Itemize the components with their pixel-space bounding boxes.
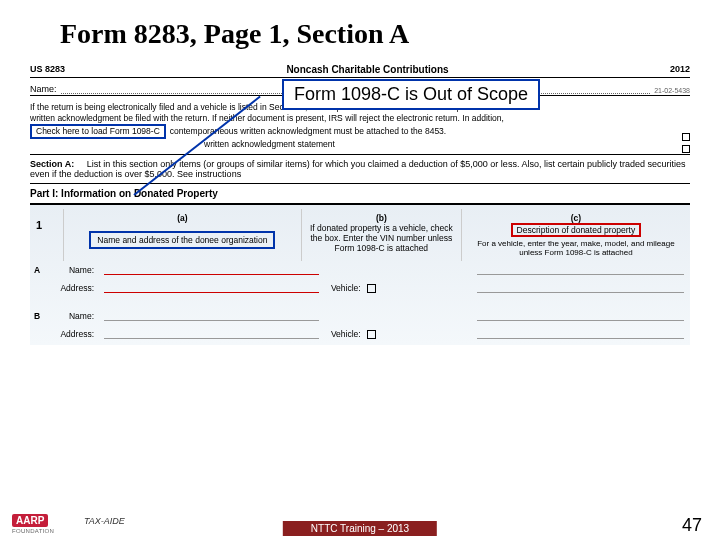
slide-title: Form 8283, Page 1, Section A [60, 18, 690, 50]
row-b-addr-field [104, 329, 319, 339]
row-b-label: B [30, 311, 48, 321]
footer-bar: NTTC Training – 2013 [283, 521, 437, 536]
col-a-head: (a) [70, 213, 295, 223]
row-b-desc2-field [477, 329, 684, 339]
section-a-label: Section A: [30, 159, 74, 169]
row-b-addr-label: Address: [48, 329, 98, 339]
row-b-name-label: Name: [48, 311, 98, 321]
part-1-header: Part I: Information on Donated Property [30, 184, 690, 205]
footer: AARP FOUNDATION TAX-AIDE NTTC Training –… [0, 510, 720, 540]
row-b-name-field [104, 311, 319, 321]
load-1098c-box: Check here to load Form 1098-C [30, 124, 166, 139]
checkbox-2 [682, 145, 690, 153]
aarp-logo: AARP FOUNDATION [12, 510, 62, 532]
section-a-header: Section A: List in this section only ite… [30, 154, 690, 184]
form-year: 2012 [670, 64, 690, 75]
col-c-box: Description of donated property [511, 223, 642, 237]
form-image: US 8283 Noncash Charitable Contributions… [30, 64, 690, 345]
note-line-2: written acknowledgment be filed with the… [30, 113, 690, 124]
row-b-vehicle-label: Vehicle: [331, 329, 361, 339]
row-b-vehicle-checkbox [367, 330, 376, 339]
section-a-text: List in this section only items (or grou… [30, 159, 685, 179]
col-b-text: If donated property is a vehicle, check … [308, 223, 455, 253]
column-headers: 1 (a) Name and address of the donee orga… [30, 209, 690, 261]
taxaide-label: TAX-AIDE [84, 516, 125, 526]
row-a-addr-label: Address: [48, 283, 98, 293]
form-id: US 8283 [30, 64, 65, 75]
data-rows: A Name: Address: Vehicle: B Name: [30, 261, 690, 343]
name-label: Name: [30, 84, 57, 94]
row-a-vehicle-label: Vehicle: [331, 283, 361, 293]
row-a-addr-field [104, 283, 319, 293]
col-c-text: For a vehicle, enter the year, make, mod… [468, 239, 684, 257]
checkbox-1 [682, 133, 690, 141]
row-a-label: A [30, 265, 48, 275]
checkbox-group [682, 132, 690, 156]
row-a-name-label: Name: [48, 265, 98, 275]
logo-text: AARP [12, 514, 48, 527]
row-num-1: 1 [30, 209, 64, 261]
row-a-name-field [104, 265, 319, 275]
row-b-desc-field [477, 311, 684, 321]
scope-callout: Form 1098-C is Out of Scope [282, 79, 540, 110]
form-name: Noncash Charitable Contributions [286, 64, 448, 75]
ssn: 21-02-5438 [654, 87, 690, 94]
col-b-head: (b) [308, 213, 455, 223]
logo-subtext: FOUNDATION [12, 528, 62, 534]
col-c-head: (c) [468, 213, 684, 223]
page-number: 47 [682, 515, 702, 536]
col-a-box: Name and address of the donee organizati… [89, 231, 275, 249]
row-a-desc2-field [477, 283, 684, 293]
row-a-vehicle-checkbox [367, 284, 376, 293]
row-a-desc-field [477, 265, 684, 275]
note-line-4: written acknowledgment statement [204, 139, 335, 150]
